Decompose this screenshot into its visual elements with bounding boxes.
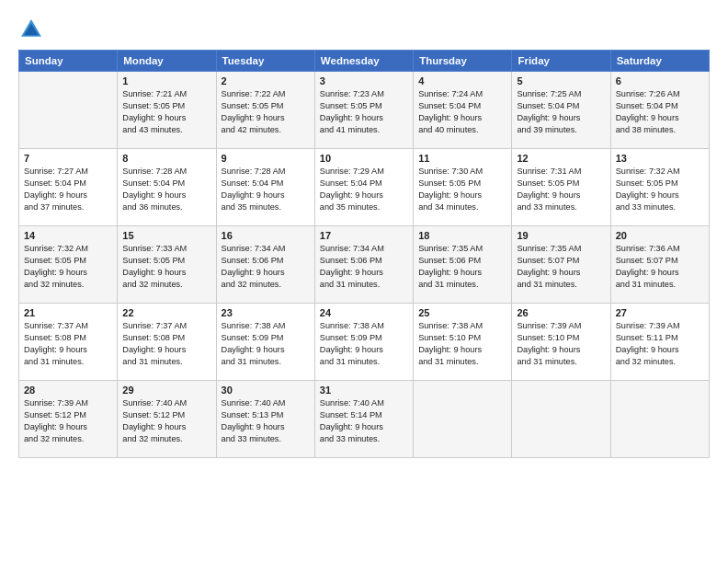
- day-info: Sunrise: 7:39 AMSunset: 5:10 PMDaylight:…: [517, 320, 605, 368]
- day-info: Sunrise: 7:39 AMSunset: 5:11 PMDaylight:…: [616, 320, 704, 368]
- day-cell: 3Sunrise: 7:23 AMSunset: 5:05 PMDaylight…: [314, 72, 413, 149]
- day-cell: 29Sunrise: 7:40 AMSunset: 5:12 PMDayligh…: [118, 381, 216, 458]
- day-info: Sunrise: 7:27 AMSunset: 5:04 PMDaylight:…: [24, 166, 112, 213]
- day-cell: 26Sunrise: 7:39 AMSunset: 5:10 PMDayligh…: [512, 304, 610, 381]
- day-info: Sunrise: 7:21 AMSunset: 5:05 PMDaylight:…: [122, 88, 210, 136]
- day-number: 26: [517, 307, 605, 318]
- day-number: 7: [24, 153, 112, 164]
- col-header-tuesday: Tuesday: [216, 51, 314, 72]
- day-info: Sunrise: 7:38 AMSunset: 5:09 PMDaylight:…: [222, 320, 310, 368]
- day-number: 19: [517, 230, 605, 241]
- day-cell: 23Sunrise: 7:38 AMSunset: 5:09 PMDayligh…: [216, 304, 314, 381]
- day-cell: 28Sunrise: 7:39 AMSunset: 5:12 PMDayligh…: [19, 381, 118, 458]
- day-info: Sunrise: 7:25 AMSunset: 5:04 PMDaylight:…: [517, 88, 605, 136]
- day-number: 5: [517, 75, 605, 86]
- day-info: Sunrise: 7:39 AMSunset: 5:12 PMDaylight:…: [24, 397, 112, 445]
- col-header-monday: Monday: [118, 51, 216, 72]
- day-info: Sunrise: 7:36 AMSunset: 5:07 PMDaylight:…: [616, 243, 704, 291]
- day-cell: 10Sunrise: 7:29 AMSunset: 5:04 PMDayligh…: [314, 149, 413, 226]
- day-cell: [610, 381, 709, 458]
- day-info: Sunrise: 7:37 AMSunset: 5:08 PMDaylight:…: [24, 320, 112, 368]
- day-info: Sunrise: 7:35 AMSunset: 5:07 PMDaylight:…: [517, 243, 605, 291]
- day-info: Sunrise: 7:32 AMSunset: 5:05 PMDaylight:…: [616, 166, 704, 213]
- day-number: 21: [24, 307, 112, 318]
- day-info: Sunrise: 7:22 AMSunset: 5:05 PMDaylight:…: [222, 88, 310, 136]
- day-number: 22: [122, 307, 210, 318]
- header: [18, 17, 710, 42]
- day-info: Sunrise: 7:29 AMSunset: 5:04 PMDaylight:…: [320, 166, 408, 213]
- day-cell: 31Sunrise: 7:40 AMSunset: 5:14 PMDayligh…: [314, 381, 413, 458]
- day-cell: 5Sunrise: 7:25 AMSunset: 5:04 PMDaylight…: [512, 72, 610, 149]
- day-info: Sunrise: 7:35 AMSunset: 5:06 PMDaylight:…: [418, 243, 506, 291]
- day-info: Sunrise: 7:40 AMSunset: 5:13 PMDaylight:…: [222, 397, 310, 445]
- day-info: Sunrise: 7:28 AMSunset: 5:04 PMDaylight:…: [122, 166, 210, 213]
- day-cell: 13Sunrise: 7:32 AMSunset: 5:05 PMDayligh…: [610, 149, 709, 226]
- day-cell: 6Sunrise: 7:26 AMSunset: 5:04 PMDaylight…: [610, 72, 709, 149]
- day-number: 9: [222, 153, 310, 164]
- day-cell: 27Sunrise: 7:39 AMSunset: 5:11 PMDayligh…: [610, 304, 709, 381]
- day-cell: [512, 381, 610, 458]
- col-header-wednesday: Wednesday: [314, 51, 413, 72]
- day-number: 16: [222, 230, 310, 241]
- day-number: 31: [320, 385, 408, 396]
- day-cell: 20Sunrise: 7:36 AMSunset: 5:07 PMDayligh…: [610, 226, 709, 304]
- day-info: Sunrise: 7:38 AMSunset: 5:10 PMDaylight:…: [418, 320, 506, 368]
- day-cell: 8Sunrise: 7:28 AMSunset: 5:04 PMDaylight…: [118, 149, 216, 226]
- day-number: 23: [222, 307, 310, 318]
- day-cell: 4Sunrise: 7:24 AMSunset: 5:04 PMDaylight…: [414, 72, 512, 149]
- day-number: 25: [418, 307, 506, 318]
- logo-icon: [18, 17, 44, 42]
- day-cell: 7Sunrise: 7:27 AMSunset: 5:04 PMDaylight…: [19, 149, 118, 226]
- week-row-4: 21Sunrise: 7:37 AMSunset: 5:08 PMDayligh…: [19, 304, 710, 381]
- day-number: 30: [222, 385, 310, 396]
- day-number: 28: [24, 385, 112, 396]
- logo: [18, 17, 48, 42]
- day-info: Sunrise: 7:40 AMSunset: 5:14 PMDaylight:…: [320, 397, 408, 445]
- day-number: 1: [122, 75, 210, 86]
- day-info: Sunrise: 7:31 AMSunset: 5:05 PMDaylight:…: [517, 166, 605, 213]
- day-number: 2: [222, 75, 310, 86]
- day-number: 4: [418, 75, 506, 86]
- day-number: 6: [616, 75, 704, 86]
- day-info: Sunrise: 7:30 AMSunset: 5:05 PMDaylight:…: [418, 166, 506, 213]
- day-cell: 30Sunrise: 7:40 AMSunset: 5:13 PMDayligh…: [216, 381, 314, 458]
- day-cell: 24Sunrise: 7:38 AMSunset: 5:09 PMDayligh…: [314, 304, 413, 381]
- day-cell: 22Sunrise: 7:37 AMSunset: 5:08 PMDayligh…: [118, 304, 216, 381]
- day-number: 11: [418, 153, 506, 164]
- day-cell: 2Sunrise: 7:22 AMSunset: 5:05 PMDaylight…: [216, 72, 314, 149]
- day-number: 10: [320, 153, 408, 164]
- day-info: Sunrise: 7:40 AMSunset: 5:12 PMDaylight:…: [122, 397, 210, 445]
- day-cell: 9Sunrise: 7:28 AMSunset: 5:04 PMDaylight…: [216, 149, 314, 226]
- day-number: 27: [616, 307, 704, 318]
- day-info: Sunrise: 7:34 AMSunset: 5:06 PMDaylight:…: [320, 243, 408, 291]
- week-row-1: 1Sunrise: 7:21 AMSunset: 5:05 PMDaylight…: [19, 72, 710, 149]
- day-cell: 11Sunrise: 7:30 AMSunset: 5:05 PMDayligh…: [414, 149, 512, 226]
- header-row: SundayMondayTuesdayWednesdayThursdayFrid…: [19, 51, 710, 72]
- day-number: 17: [320, 230, 408, 241]
- week-row-3: 14Sunrise: 7:32 AMSunset: 5:05 PMDayligh…: [19, 226, 710, 304]
- day-info: Sunrise: 7:38 AMSunset: 5:09 PMDaylight:…: [320, 320, 408, 368]
- col-header-sunday: Sunday: [19, 51, 118, 72]
- day-number: 13: [616, 153, 704, 164]
- day-cell: 12Sunrise: 7:31 AMSunset: 5:05 PMDayligh…: [512, 149, 610, 226]
- day-cell: 25Sunrise: 7:38 AMSunset: 5:10 PMDayligh…: [414, 304, 512, 381]
- day-info: Sunrise: 7:26 AMSunset: 5:04 PMDaylight:…: [616, 88, 704, 136]
- col-header-thursday: Thursday: [414, 51, 512, 72]
- week-row-5: 28Sunrise: 7:39 AMSunset: 5:12 PMDayligh…: [19, 381, 710, 458]
- day-info: Sunrise: 7:24 AMSunset: 5:04 PMDaylight:…: [418, 88, 506, 136]
- day-number: 15: [122, 230, 210, 241]
- calendar-table: SundayMondayTuesdayWednesdayThursdayFrid…: [18, 50, 710, 458]
- day-cell: 15Sunrise: 7:33 AMSunset: 5:05 PMDayligh…: [118, 226, 216, 304]
- day-info: Sunrise: 7:34 AMSunset: 5:06 PMDaylight:…: [222, 243, 310, 291]
- day-number: 18: [418, 230, 506, 241]
- day-cell: 1Sunrise: 7:21 AMSunset: 5:05 PMDaylight…: [118, 72, 216, 149]
- day-info: Sunrise: 7:23 AMSunset: 5:05 PMDaylight:…: [320, 88, 408, 136]
- week-row-2: 7Sunrise: 7:27 AMSunset: 5:04 PMDaylight…: [19, 149, 710, 226]
- day-cell: 17Sunrise: 7:34 AMSunset: 5:06 PMDayligh…: [314, 226, 413, 304]
- day-number: 24: [320, 307, 408, 318]
- day-cell: 19Sunrise: 7:35 AMSunset: 5:07 PMDayligh…: [512, 226, 610, 304]
- col-header-saturday: Saturday: [610, 51, 709, 72]
- day-info: Sunrise: 7:32 AMSunset: 5:05 PMDaylight:…: [24, 243, 112, 291]
- day-number: 3: [320, 75, 408, 86]
- day-cell: 14Sunrise: 7:32 AMSunset: 5:05 PMDayligh…: [19, 226, 118, 304]
